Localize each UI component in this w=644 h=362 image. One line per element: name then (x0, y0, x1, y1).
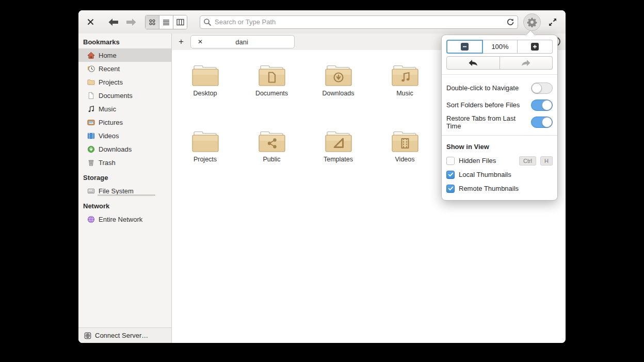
sidebar-item-projects[interactable]: Projects (78, 75, 171, 89)
headerbar (78, 10, 566, 34)
tab-dani[interactable]: ✕ dani (190, 35, 295, 48)
option-hidden-files[interactable]: Hidden Files Ctrl H (446, 154, 553, 168)
tab-close-icon[interactable]: ✕ (198, 38, 203, 45)
sidebar-item-recent[interactable]: Recent (78, 62, 171, 75)
sidebar-item-label: Downloads (99, 145, 132, 153)
folder-downloads[interactable]: Downloads (305, 63, 372, 129)
back-arrow-icon (108, 18, 119, 26)
history-nav (446, 56, 553, 70)
close-icon (87, 19, 94, 25)
column-view-button[interactable] (173, 15, 187, 29)
popover-forward-icon (521, 59, 531, 67)
option-label: Hidden Files (459, 157, 496, 164)
videos-icon (87, 131, 95, 140)
connect-server-label: Connect Server… (95, 332, 148, 339)
zoom-in-icon (531, 43, 539, 51)
local-thumbnails-checkbox[interactable] (446, 171, 455, 179)
search-input[interactable] (200, 15, 518, 29)
connect-server-button[interactable]: Connect Server… (78, 327, 171, 343)
option-local-thumbnails[interactable]: Local Thumbnails (446, 168, 553, 182)
folder-documents[interactable]: Documents (238, 63, 305, 129)
folder-name: Projects (194, 156, 217, 163)
popover-back-icon (468, 59, 478, 67)
toggle-row-sort-folders[interactable]: Sort Folders before Files (446, 96, 553, 113)
sidebar-item-label: File System (99, 187, 134, 195)
folder-music[interactable]: Music (372, 63, 438, 129)
option-label: Local Thumbnails (459, 171, 511, 178)
view-switcher (145, 15, 187, 29)
zoom-in-button[interactable] (518, 40, 553, 54)
zoom-level[interactable]: 100% (483, 40, 518, 54)
toggle-label: Restore Tabs from Last Time (446, 114, 531, 130)
sidebar-section-storage: Storage (78, 169, 171, 184)
toggle-label: Double-click to Navigate (446, 84, 519, 92)
sidebar-item-downloads[interactable]: Downloads (78, 142, 171, 156)
hidden-files-checkbox[interactable] (446, 157, 455, 165)
sidebar-item-label: Home (99, 52, 117, 59)
sidebar-item-music[interactable]: Music (78, 102, 171, 116)
new-tab-button[interactable]: + (174, 35, 188, 48)
sidebar-item-videos[interactable]: Videos (78, 129, 171, 142)
folder-icon (390, 63, 420, 87)
option-remote-thumbnails[interactable]: Remote Thumbnails (446, 182, 553, 195)
remote-thumbnails-checkbox[interactable] (446, 185, 455, 193)
popover-separator (442, 135, 557, 136)
zoom-out-icon (461, 43, 469, 51)
folder-projects[interactable]: Projects (172, 129, 238, 195)
folder-icon (390, 129, 420, 153)
sidebar-item-trash[interactable]: Trash (78, 156, 171, 169)
toggle-row-double-click[interactable]: Double-click to Navigate (446, 79, 553, 96)
grid-view-button[interactable] (146, 15, 159, 29)
switch-knob (542, 117, 552, 127)
trash-icon (87, 158, 95, 167)
forward-button[interactable] (124, 16, 138, 28)
sidebar-item-entire-network[interactable]: Entire Network (78, 212, 171, 226)
sidebar-item-file-system[interactable]: File System (78, 184, 171, 198)
pictures-icon (87, 118, 95, 126)
sidebar-item-label: Videos (99, 132, 119, 140)
folder-name: Documents (255, 90, 288, 97)
folder-desktop[interactable]: Desktop (172, 63, 238, 129)
folder-icon (190, 129, 220, 153)
music-icon (87, 105, 95, 113)
toggle-label: Sort Folders before Files (446, 101, 520, 109)
search-icon (203, 18, 212, 26)
folder-icon (324, 129, 353, 153)
folder-videos[interactable]: Videos (372, 129, 438, 195)
settings-menu-button[interactable] (523, 13, 541, 31)
column-view-icon (176, 19, 184, 26)
double-click-switch[interactable] (531, 83, 553, 94)
sidebar-item-documents[interactable]: Documents (78, 89, 171, 102)
sidebar-item-pictures[interactable]: Pictures (78, 116, 171, 129)
folder-templates[interactable]: Templates (305, 129, 372, 195)
folder-name: Downloads (323, 90, 355, 97)
fullscreen-button[interactable] (546, 15, 559, 29)
folder-name: Music (396, 90, 413, 97)
folder-public[interactable]: Public (238, 129, 305, 195)
popover-back-button[interactable] (446, 56, 500, 70)
folder-icon (257, 129, 287, 153)
refresh-icon[interactable] (506, 18, 514, 26)
gear-icon (527, 17, 537, 27)
document-icon (87, 91, 95, 100)
popover-forward-button[interactable] (500, 56, 553, 70)
zoom-out-button[interactable] (446, 40, 483, 54)
sidebar-item-home[interactable]: Home (78, 48, 171, 62)
window-close-button[interactable] (85, 17, 95, 27)
restore-tabs-switch[interactable] (531, 117, 553, 128)
folder-name: Videos (395, 156, 415, 163)
sidebar-item-label: Pictures (99, 119, 123, 126)
sidebar-scroll: Bookmarks Home Recent Projects Documents… (78, 34, 171, 327)
zoom-control: 100% (446, 40, 553, 54)
sidebar-section-network: Network (78, 198, 171, 212)
list-view-button[interactable] (159, 15, 173, 29)
connect-server-icon (84, 332, 92, 340)
search-field-wrap (200, 15, 518, 29)
popover-separator (442, 74, 557, 75)
sidebar: Bookmarks Home Recent Projects Documents… (78, 34, 172, 343)
back-button[interactable] (107, 16, 120, 28)
home-icon (87, 51, 95, 59)
toggle-row-restore-tabs[interactable]: Restore Tabs from Last Time (446, 113, 553, 130)
sort-folders-switch[interactable] (531, 100, 553, 111)
downloads-icon (87, 145, 95, 153)
